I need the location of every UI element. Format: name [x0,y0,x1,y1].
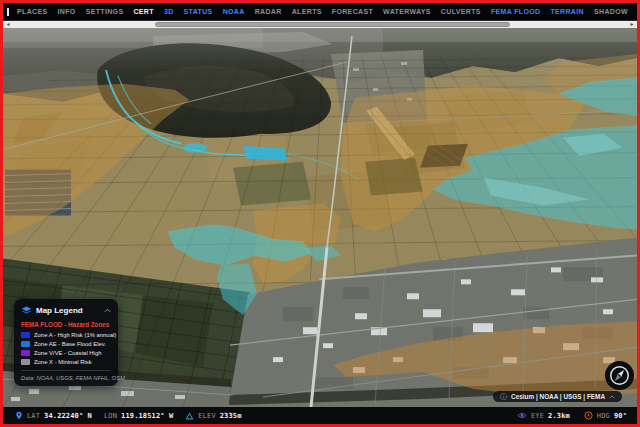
attribution-text: Cesium | NOAA | USGS | FEMA [511,393,605,400]
mountain-icon [185,412,194,420]
lon-label: LON [104,412,117,420]
legend-data-sources: Data: NOAA, USGS, FEMA NFHL, OSM [21,375,111,381]
topbar-item[interactable]: FORECAST [332,8,373,15]
lon-value: 119.18512° W [121,412,173,420]
topbar-item[interactable]: NOAA [223,8,245,15]
eye-icon [517,412,527,419]
attribution-expand-button[interactable] [609,395,615,399]
top-toolbar: PLACES INFO SETTINGS CERT 3D STATUS NOAA… [3,3,637,20]
app-window: PLACES INFO SETTINGS CERT 3D STATUS NOAA… [0,0,640,427]
legend-divider [21,370,111,371]
elev-value: 2335m [220,412,242,420]
legend-zone-label: Zone A - High Risk (1% annual) [34,332,116,338]
chevron-up-icon [104,308,111,313]
legend-item: Zone V/VE - Coastal High [21,350,111,356]
topbar-item[interactable]: SHADOW [594,8,628,15]
legend-items: Zone A - High Risk (1% annual) Zone AE -… [21,332,111,365]
topbar-item[interactable]: TERRAIN [550,8,584,15]
scroll-left-arrow-icon[interactable]: ◂ [4,21,12,28]
scroll-thumb[interactable] [155,22,510,27]
compass-needle-icon [604,360,635,391]
topbar-items: PLACES INFO SETTINGS CERT 3D STATUS NOAA… [17,8,637,15]
legend-item: Zone AE - Base Flood Elev. [21,341,111,347]
eye-label: EYE [531,412,544,420]
topbar-item[interactable]: RADAR [255,8,282,15]
attribution-pill[interactable]: ⓘ Cesium | NOAA | USGS | FEMA [493,391,622,402]
heading-readout: HDG 90° [584,411,627,420]
legend-heading: FEMA FLOOD - Hazard Zones [21,321,111,328]
topbar-item[interactable]: INFO [58,8,76,15]
topbar-item[interactable]: STATUS [184,8,213,15]
latitude-readout: LAT 34.22240° N [15,411,92,420]
legend-zone-swatch [21,359,30,365]
legend-item: Zone X - Minimal Risk [21,359,111,365]
topbar-item[interactable]: PLACES [17,8,48,15]
map-legend-panel: Map Legend FEMA FLOOD - Hazard Zones Zon… [14,299,118,386]
legend-header: Map Legend [21,305,111,316]
map-viewport[interactable]: Map Legend FEMA FLOOD - Hazard Zones Zon… [3,28,637,407]
legend-zone-swatch [21,341,30,347]
topbar-scrollbar[interactable]: ◂ ▸ [3,20,637,28]
elev-label: ELEV [198,412,215,420]
scroll-right-arrow-icon[interactable]: ▸ [628,21,636,28]
topbar-item[interactable]: WATERWAYS [383,8,431,15]
lat-label: LAT [27,412,40,420]
info-icon: ⓘ [500,393,507,400]
longitude-readout: LON 119.18512° W [104,412,173,420]
topbar-item[interactable]: SETTINGS [86,8,124,15]
hdg-value: 90° [614,412,627,420]
location-pin-icon [15,411,23,420]
topbar-item[interactable]: CULVERTS [441,8,481,15]
eye-value: 2.3km [548,412,570,420]
legend-zone-label: Zone AE - Base Flood Elev. [34,341,106,347]
status-bar: LAT 34.22240° N LON 119.18512° W ELEV 23… [3,407,637,424]
lat-value: 34.22240° N [44,412,92,420]
chevron-up-icon [609,395,615,399]
topbar-item-clipped[interactable] [7,8,9,16]
legend-zone-label: Zone X - Minimal Risk [34,359,92,365]
legend-item: Zone A - High Risk (1% annual) [21,332,111,338]
compass-widget[interactable] [604,360,635,391]
topbar-item[interactable]: 3D [164,8,174,15]
legend-zone-label: Zone V/VE - Coastal High [34,350,101,356]
topbar-item[interactable]: CERT [133,8,153,15]
topbar-item[interactable]: ALERTS [292,8,322,15]
legend-collapse-button[interactable] [104,308,111,313]
layers-icon [21,305,32,316]
elevation-readout: ELEV 2335m [185,412,241,420]
legend-zone-swatch [21,350,30,356]
heading-compass-icon [584,411,593,420]
legend-title: Map Legend [36,306,83,315]
legend-zone-swatch [21,332,30,338]
camera-readouts: EYE 2.3km HDG 90° [517,411,627,420]
eye-altitude-readout: EYE 2.3km [517,412,570,420]
topbar-item[interactable]: FEMA FLOOD [491,8,541,15]
hdg-label: HDG [597,412,610,420]
